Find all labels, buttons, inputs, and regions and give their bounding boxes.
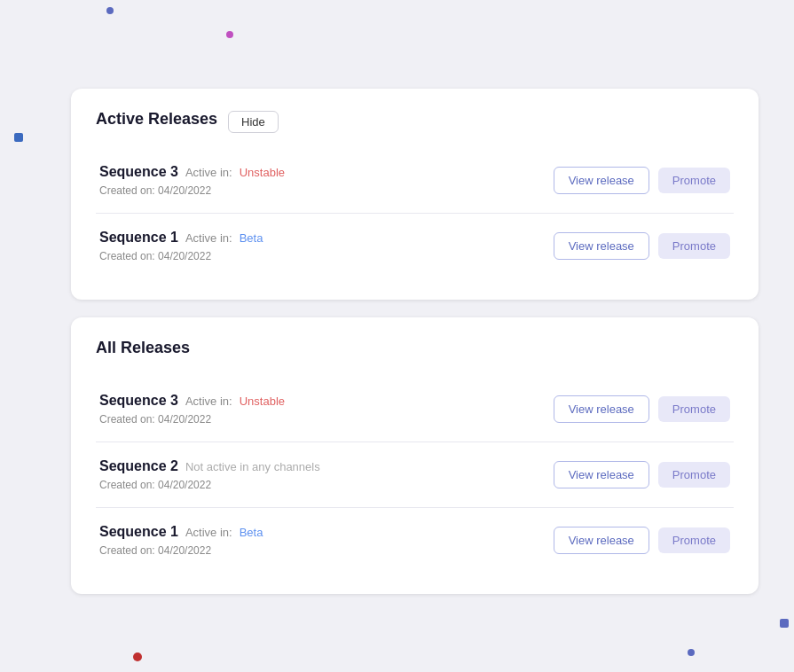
all-release-name-1: Sequence 2 <box>99 458 178 474</box>
active-in-label-1: Active in: <box>185 231 232 245</box>
all-releases-card: All Releases Sequence 3 Active in: Unsta… <box>71 317 759 594</box>
view-release-button-all-2[interactable]: View release <box>554 527 649 554</box>
hide-button[interactable]: Hide <box>228 111 279 133</box>
active-release-name-line-0: Sequence 3 Active in: Unstable <box>99 164 285 180</box>
view-release-button-all-1[interactable]: View release <box>554 461 649 488</box>
all-releases-header: All Releases <box>96 339 734 363</box>
all-created-on-0: Created on: 04/20/2022 <box>99 413 285 426</box>
all-release-row-1: Sequence 2 Not active in any channels Cr… <box>96 442 734 508</box>
active-releases-title: Active Releases <box>96 110 217 129</box>
view-release-button-all-0[interactable]: View release <box>554 395 649 423</box>
all-release-info-2: Sequence 1 Active in: Beta Created on: 0… <box>99 524 263 557</box>
all-release-name-line-2: Sequence 1 Active in: Beta <box>99 524 263 540</box>
active-release-info-1: Sequence 1 Active in: Beta Created on: 0… <box>99 230 263 262</box>
all-release-name-line-0: Sequence 3 Active in: Unstable <box>99 393 285 409</box>
all-channel-tag-1: Not active in any channels <box>185 460 320 473</box>
all-channel-tag-0: Unstable <box>240 395 285 408</box>
active-release-actions-1: View release Promote <box>554 232 730 260</box>
all-created-on-1: Created on: 04/20/2022 <box>99 479 320 491</box>
all-releases-title: All Releases <box>96 339 190 357</box>
active-channel-tag-0: Unstable <box>240 166 285 179</box>
all-release-actions-2: View release Promote <box>554 527 730 554</box>
all-release-info-0: Sequence 3 Active in: Unstable Created o… <box>99 393 285 426</box>
active-release-name-line-1: Sequence 1 Active in: Beta <box>99 230 263 246</box>
active-release-row-1: Sequence 1 Active in: Beta Created on: 0… <box>96 214 734 278</box>
all-channel-tag-2: Beta <box>240 526 263 539</box>
active-channel-tag-1: Beta <box>240 231 263 245</box>
all-release-name-0: Sequence 3 <box>99 393 178 409</box>
active-created-on-1: Created on: 04/20/2022 <box>99 250 263 262</box>
all-active-in-label-0: Active in: <box>185 395 232 408</box>
active-releases-header: Active Releases Hide <box>96 110 734 134</box>
promote-button-all-2[interactable]: Promote <box>658 527 730 553</box>
view-release-button-active-0[interactable]: View release <box>554 167 649 194</box>
all-created-on-2: Created on: 04/20/2022 <box>99 544 263 557</box>
all-release-name-2: Sequence 1 <box>99 524 178 540</box>
all-release-row-2: Sequence 1 Active in: Beta Created on: 0… <box>96 508 734 573</box>
promote-button-all-0[interactable]: Promote <box>658 396 730 422</box>
all-releases-list: Sequence 3 Active in: Unstable Created o… <box>96 377 734 573</box>
all-active-in-label-2: Active in: <box>185 526 232 539</box>
active-release-name-1: Sequence 1 <box>99 230 178 246</box>
active-releases-card: Active Releases Hide Sequence 3 Active i… <box>71 89 759 300</box>
all-release-actions-1: View release Promote <box>554 461 730 488</box>
promote-button-active-0[interactable]: Promote <box>658 168 730 193</box>
all-release-actions-0: View release Promote <box>554 395 730 423</box>
active-created-on-0: Created on: 04/20/2022 <box>99 184 285 197</box>
active-release-row-0: Sequence 3 Active in: Unstable Created o… <box>96 148 734 214</box>
all-release-info-1: Sequence 2 Not active in any channels Cr… <box>99 458 320 491</box>
active-in-label-0: Active in: <box>185 166 232 179</box>
all-release-name-line-1: Sequence 2 Not active in any channels <box>99 458 320 474</box>
promote-button-active-1[interactable]: Promote <box>658 233 730 259</box>
active-release-actions-0: View release Promote <box>554 167 730 194</box>
active-release-info-0: Sequence 3 Active in: Unstable Created o… <box>99 164 285 197</box>
promote-button-all-1[interactable]: Promote <box>658 462 730 488</box>
active-releases-list: Sequence 3 Active in: Unstable Created o… <box>96 148 734 278</box>
all-release-row-0: Sequence 3 Active in: Unstable Created o… <box>96 377 734 442</box>
view-release-button-active-1[interactable]: View release <box>554 232 649 260</box>
active-release-name-0: Sequence 3 <box>99 164 178 180</box>
